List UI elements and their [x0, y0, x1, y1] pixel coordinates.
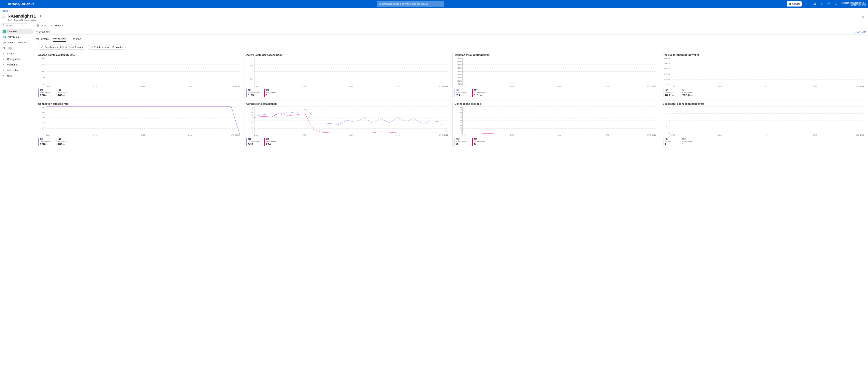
time-range-pill[interactable]: See data from the last : Last 6 hours: [39, 44, 86, 50]
tags-icon: [3, 47, 6, 50]
sidebar-search-input[interactable]: [2, 23, 27, 28]
more-icon[interactable]: ⋯: [43, 15, 46, 18]
expand-icon[interactable]: ◇: [35, 24, 36, 27]
essentials-toggle[interactable]: ⌵ Essentials JSON View: [36, 29, 866, 35]
interval-prefix: Plot data every :: [94, 46, 110, 48]
svg-point-16: [5, 42, 5, 42]
chart-card-rxdn[interactable]: Receive throughput (downlink)500kb/s400k…: [661, 52, 867, 98]
sidebar-item-overview[interactable]: Overview: [2, 29, 33, 34]
legend-series-id: 102: [40, 138, 51, 140]
overview-icon: [3, 30, 6, 33]
chart-card-hand[interactable]: Successful connection handovers21.5010.5…: [661, 101, 867, 147]
legend-source: RANInsights1: [456, 140, 467, 143]
portal-brand[interactable]: Contoso, Ltd. Azure: [8, 2, 34, 5]
legend-series-id: 101: [58, 138, 68, 140]
sidebar-item-tags[interactable]: Tags: [2, 45, 33, 51]
chart-card-users[interactable]: Active users per access point21.5010.502…: [244, 52, 450, 98]
time-range-bar: See data from the last : Last 6 hours Pl…: [39, 44, 866, 50]
tab-monitoring[interactable]: Monitoring: [53, 36, 66, 42]
legend-series-id: 102: [682, 138, 693, 140]
sidebar-item-automation[interactable]: ›Automation: [2, 67, 33, 73]
legend-item[interactable]: 101RANInsights10: [472, 138, 485, 146]
chart-card-succ[interactable]: Connection success rate100%80%60%40%20%0…: [36, 101, 242, 147]
legend-item[interactable]: 102RANInsights12.2kb/s: [455, 89, 467, 97]
legend: 102RANInsights1100%101RANInsights1100%: [38, 138, 240, 146]
command-bar: Delete Refresh: [36, 23, 866, 29]
breadcrumb-home[interactable]: Home: [2, 9, 8, 12]
settings-icon[interactable]: [818, 0, 825, 8]
svg-point-3: [821, 4, 822, 4]
chart-card-avail[interactable]: Access points availability rate200%150%1…: [36, 52, 242, 98]
notifications-icon[interactable]: [811, 0, 818, 8]
legend-item[interactable]: 101RANInsights1294: [264, 138, 277, 146]
close-icon[interactable]: ✕: [860, 14, 866, 20]
y-axis: 21.5010.500: [663, 106, 671, 134]
azure-topbar: Contoso, Ltd. Azure Search resources, se…: [0, 0, 868, 8]
x-axis: 2 AM3 AM4 AM5 AM6 AMUTC-07:00: [38, 85, 240, 88]
sidebar-item-label: Overview: [7, 30, 18, 33]
legend-source: RANInsights1: [456, 92, 467, 93]
sidebar-item-access-control-iam-[interactable]: Access control (IAM): [2, 40, 33, 45]
pin-icon[interactable]: [39, 15, 42, 18]
plot-interval-pill[interactable]: Plot data every : 15 minutes: [88, 44, 126, 50]
refresh-button[interactable]: Refresh: [51, 24, 63, 27]
cloud-shell-icon[interactable]: [804, 0, 811, 8]
legend-series-id: 101: [248, 89, 259, 92]
legend-item[interactable]: 102RANInsights10: [455, 138, 467, 146]
tab-mie-details[interactable]: MIE details: [36, 36, 49, 42]
chart-title: Connection success rate: [38, 102, 240, 105]
legend-item[interactable]: 102RANInsights1580: [246, 138, 259, 146]
hamburger-icon[interactable]: [2, 2, 7, 6]
chart-card-txup[interactable]: Transmit throughput (uplink)9kb/s8kb/s7k…: [452, 52, 658, 98]
breadcrumb: Home ›: [0, 8, 868, 14]
legend-series-id: 102: [40, 89, 51, 92]
legend-source: RANInsights1: [682, 92, 693, 93]
resource-main: Delete Refresh ⌵ Essentials JSON View MI…: [33, 23, 868, 150]
account-menu[interactable]: chrisqpublic@contoso.c… CONTOSO, LTD.: [840, 2, 866, 6]
svg-point-15: [4, 42, 4, 42]
legend-series-id: 101: [58, 89, 68, 92]
sidebar-item-settings[interactable]: ›Settings: [2, 51, 33, 56]
chart-title: Active users per access point: [246, 54, 448, 56]
sidebar-item-label: Access control (IAM): [7, 41, 29, 44]
x-axis: 2 AM3 AM4 AM5 AM6 AMUTC-07:00: [246, 134, 448, 137]
sidebar-item-configuration[interactable]: ›Configuration: [2, 56, 33, 62]
chevron-right-icon: ›: [3, 69, 5, 71]
legend-item[interactable]: 102RANInsights1100%: [38, 138, 51, 146]
chart-card-drop[interactable]: Connections dropped100908070605040302010…: [452, 101, 658, 147]
legend-item[interactable]: 102RANInsights10: [264, 89, 277, 97]
json-view-link[interactable]: JSON View: [856, 31, 866, 33]
sidebar-item-label: Configuration: [7, 58, 21, 61]
legend-series-id: 102: [664, 89, 676, 92]
tab-geo-map[interactable]: Geo map: [70, 36, 81, 42]
sidebar-item-help[interactable]: ›Help: [2, 73, 33, 78]
legend-item[interactable]: 101RANInsights1298.6b/s: [681, 89, 693, 97]
resource-header: RANInsights1 Radio Access Network Insigh…: [0, 14, 868, 23]
chart-card-est[interactable]: Connections established50454035302520151…: [244, 101, 450, 147]
global-search-input[interactable]: Search resources, services, and docs (G+…: [377, 1, 444, 7]
sidebar-item-label: Settings: [7, 52, 16, 55]
sidebar-item-activity-log[interactable]: Activity log: [2, 34, 33, 40]
legend-series-id: 102: [456, 138, 467, 140]
legend-source: RANInsights1: [266, 140, 277, 143]
legend-item[interactable]: 101RANInsights1100%: [56, 138, 68, 146]
legend-item[interactable]: 102RANInsights116.7kb/s: [663, 89, 676, 97]
legend-item[interactable]: 101RANInsights11.5kb/s: [472, 89, 485, 97]
chevron-right-icon: ›: [3, 52, 5, 55]
legend-item[interactable]: 102RANInsights1100%: [38, 89, 51, 97]
legend-series-id: 101: [474, 89, 485, 92]
help-icon[interactable]: [826, 0, 832, 8]
legend-source: RANInsights1: [664, 92, 676, 93]
collapse-icon[interactable]: «: [38, 24, 39, 27]
refresh-label: Refresh: [55, 24, 63, 27]
copilot-button[interactable]: Copilot: [787, 1, 802, 6]
legend-item[interactable]: 102RANInsights11: [681, 138, 693, 146]
feedback-icon[interactable]: [833, 0, 839, 8]
sidebar-item-monitoring[interactable]: ›Monitoring: [2, 62, 33, 67]
y-axis: 50454035302520151050: [246, 106, 254, 134]
chevron-right-icon: ›: [3, 58, 5, 61]
legend-item[interactable]: 101RANInsights11: [663, 138, 676, 146]
legend-item[interactable]: 101RANInsights1100%: [56, 89, 68, 97]
legend-series-id: 101: [474, 138, 485, 140]
legend-item[interactable]: 101RANInsights11.39: [246, 89, 259, 97]
